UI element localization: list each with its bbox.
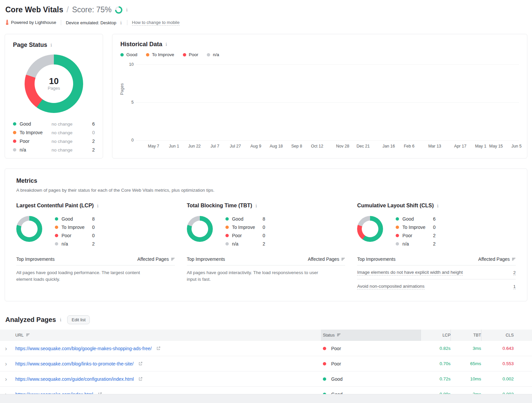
x-axis-label: Jul 27 bbox=[230, 144, 241, 149]
y-tick-0: 0 bbox=[125, 138, 134, 143]
tbt-info-icon[interactable]: i bbox=[255, 203, 257, 208]
sort-icon[interactable] bbox=[171, 256, 175, 262]
x-axis-label: Jun 22 bbox=[188, 144, 201, 149]
poor-dot-icon bbox=[55, 234, 58, 237]
improvement-link[interactable]: Image elements do not have explicit widt… bbox=[357, 270, 463, 275]
page-header: Core Web Vitals / Score: 75% i Powered b… bbox=[0, 0, 532, 26]
na-dot-icon bbox=[207, 53, 210, 56]
page-status-info-icon[interactable]: i bbox=[50, 43, 53, 48]
edit-list-button[interactable]: Edit list bbox=[67, 315, 90, 324]
score-ring-icon bbox=[115, 6, 122, 14]
y-axis-label: Pages bbox=[120, 83, 124, 95]
lcp-donut-chart[interactable] bbox=[16, 216, 42, 242]
legend-label: Poor bbox=[20, 139, 52, 144]
status-dot bbox=[323, 377, 326, 381]
legend-change: no change bbox=[52, 139, 88, 144]
lighthouse-icon bbox=[5, 20, 9, 26]
tbt-metric-block: Total Blocking Time (TBT)i Good8 To Impr… bbox=[187, 203, 345, 293]
page-url-link[interactable]: https://www.seoquake.com/blog/google-mak… bbox=[15, 346, 152, 351]
external-link-icon[interactable] bbox=[138, 361, 143, 366]
na-dot-icon bbox=[225, 242, 229, 246]
page-url-link[interactable]: https://www.seoquake.com/guide/configura… bbox=[15, 376, 134, 382]
external-link-icon[interactable] bbox=[156, 346, 161, 351]
metrics-subtitle: A breakdown of pages by their status for… bbox=[16, 188, 516, 193]
cls-donut-chart[interactable] bbox=[357, 216, 383, 242]
legend-value: 0 bbox=[88, 130, 95, 135]
good-dot-icon bbox=[55, 217, 58, 221]
page-url-link[interactable]: https://www.seoquake.com/blog/links-to-p… bbox=[15, 361, 134, 366]
row-expand-chevron[interactable]: › bbox=[5, 376, 7, 382]
external-link-icon[interactable] bbox=[138, 377, 143, 381]
device-emulated: Device emulated: Desktop bbox=[66, 20, 116, 25]
page-status-legend: Good no change 6 To Improve no change 0 … bbox=[13, 120, 95, 154]
improvement-link[interactable]: Avoid non-composited animations bbox=[357, 284, 424, 289]
historical-plot bbox=[136, 64, 519, 141]
historical-chart[interactable]: Pages 10 5 0 May 7Jun 1Jun 22Jul 7Jul 27… bbox=[120, 64, 519, 151]
cls-legend: Good6 To Improve0 Poor2 n/a2 bbox=[396, 215, 516, 248]
cls-info-icon[interactable]: i bbox=[437, 203, 439, 208]
analyzed-table-body: › https://www.seoquake.com/blog/google-m… bbox=[0, 341, 532, 402]
to-improve-dot-icon bbox=[13, 131, 16, 134]
url-column-header[interactable]: URL bbox=[12, 330, 321, 341]
to-improve-dot-icon bbox=[55, 226, 58, 229]
analyzed-pages-info-icon[interactable]: i bbox=[59, 317, 62, 322]
status-dot bbox=[323, 347, 326, 350]
tbt-donut-chart[interactable] bbox=[187, 216, 213, 242]
historical-xlabels: May 7Jun 1Jun 22Jul 7Jul 27Aug 9Aug 18Se… bbox=[136, 143, 519, 151]
legend-row-to-improve: To Improve no change 0 bbox=[13, 128, 95, 137]
sort-icon[interactable] bbox=[512, 256, 516, 262]
poor-dot-icon bbox=[183, 53, 186, 56]
change-to-mobile-link[interactable]: How to change to mobile bbox=[132, 20, 180, 26]
lcp-column-header[interactable]: LCP bbox=[421, 330, 451, 341]
poor-dot-icon bbox=[225, 234, 229, 237]
improvement-row: Avoid non-composited animations 1 bbox=[357, 279, 516, 293]
lcp-note: All pages have good loading performance.… bbox=[16, 269, 156, 282]
affected-pages-count[interactable]: 1 bbox=[513, 284, 516, 289]
page-status-title: Page Status bbox=[13, 42, 47, 49]
poor-dot-icon bbox=[13, 140, 16, 143]
row-expand-chevron[interactable]: › bbox=[5, 361, 7, 367]
na-dot-icon bbox=[13, 148, 16, 151]
top-improvements-header: Top Improvements bbox=[16, 256, 55, 262]
sort-icon[interactable] bbox=[26, 333, 30, 338]
good-dot-icon bbox=[396, 217, 399, 221]
legend-change: no change bbox=[52, 148, 88, 152]
historical-legend: Good To Improve Poor n/a bbox=[120, 52, 519, 57]
legend-item-good: Good bbox=[120, 52, 137, 57]
affected-pages-header: Affected Pages bbox=[478, 256, 510, 262]
cls-value: 0.553 bbox=[481, 361, 514, 366]
score-info-icon[interactable]: i bbox=[126, 7, 128, 12]
x-axis-label: Aug 9 bbox=[250, 144, 261, 149]
historical-data-title: Historical Data bbox=[120, 41, 162, 48]
historical-info-icon[interactable]: i bbox=[165, 42, 168, 47]
cls-value: 0.002 bbox=[481, 376, 514, 381]
cls-value: 0.643 bbox=[481, 346, 514, 351]
table-row: › https://www.seoquake.com/blog/links-to… bbox=[0, 356, 532, 371]
lcp-metric-block: Largest Contentful Paint (LCP)i Good8 To… bbox=[16, 203, 175, 293]
cls-column-header[interactable]: CLS bbox=[481, 330, 514, 341]
total-pages-label: Pages bbox=[48, 86, 60, 91]
lcp-info-icon[interactable]: i bbox=[96, 203, 99, 208]
row-expand-chevron[interactable]: › bbox=[5, 346, 7, 352]
total-pages-value: 10 bbox=[49, 77, 59, 86]
improvement-row: Image elements do not have explicit widt… bbox=[357, 265, 516, 279]
cls-metric-block: Cumulative Layout Shift (CLS)i Good6 To … bbox=[357, 203, 516, 293]
sort-icon[interactable] bbox=[341, 256, 345, 262]
lcp-value: 0.72s bbox=[421, 376, 451, 381]
tbt-column-header[interactable]: TBT bbox=[451, 330, 481, 341]
powered-by: Powered by Lighthouse bbox=[5, 20, 56, 26]
device-info-icon[interactable]: i bbox=[120, 20, 122, 25]
sort-icon[interactable] bbox=[337, 333, 341, 338]
page-status-donut-chart[interactable]: 10 Pages bbox=[25, 54, 83, 113]
affected-pages-count[interactable]: 2 bbox=[513, 270, 516, 275]
lcp-title: Largest Contentful Paint (LCP) bbox=[16, 203, 94, 209]
status-label: Poor bbox=[331, 346, 341, 351]
top-improvements-header: Top Improvements bbox=[357, 256, 395, 262]
status-label: Poor bbox=[331, 361, 341, 366]
metrics-card: Metrics A breakdown of pages by their st… bbox=[5, 168, 527, 301]
lcp-value: 0.82s bbox=[421, 346, 451, 351]
legend-row-na: n/a no change 2 bbox=[13, 146, 95, 154]
table-row: › https://www.seoquake.com/guide/configu… bbox=[0, 371, 532, 387]
status-column-header[interactable]: Status bbox=[321, 330, 421, 341]
page-title: Core Web Vitals bbox=[5, 5, 63, 14]
